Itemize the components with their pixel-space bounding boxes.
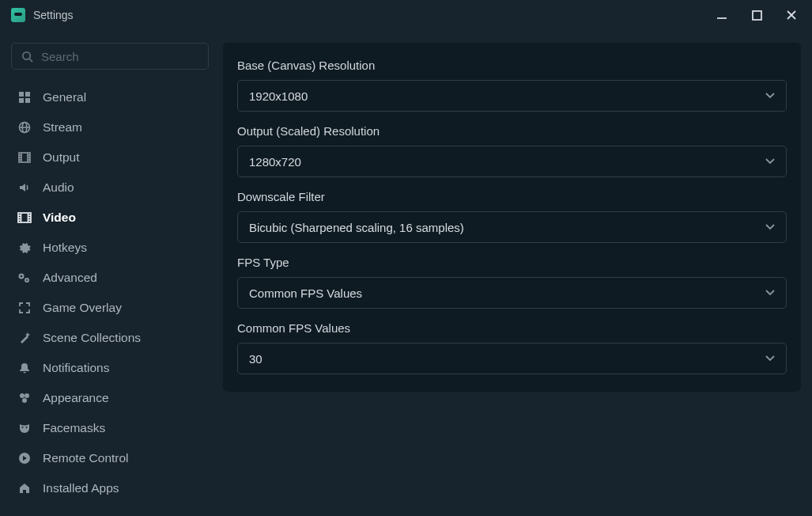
nav-label: Video — [43, 211, 76, 225]
chevron-down-icon — [765, 158, 775, 165]
svg-point-34 — [26, 279, 28, 281]
svg-rect-8 — [19, 98, 24, 103]
nav-label: Stream — [43, 120, 82, 135]
downscale-filter-label: Downscale Filter — [237, 190, 787, 203]
nav-item-facemasks[interactable]: Facemasks — [11, 413, 209, 443]
nav-item-hotkeys[interactable]: Hotkeys — [11, 233, 209, 263]
magic-icon — [16, 331, 33, 345]
common-fps-label: Common FPS Values — [237, 321, 787, 335]
nav-label: Hotkeys — [43, 241, 87, 255]
select-value: 30 — [249, 352, 262, 366]
svg-rect-9 — [25, 98, 30, 103]
output-resolution-select[interactable]: 1280x720 — [237, 146, 787, 177]
nav-label: Remote Control — [43, 451, 129, 465]
svg-rect-1 — [753, 11, 761, 20]
nav-label: Audio — [43, 180, 74, 195]
base-resolution-label: Base (Canvas) Resolution — [237, 59, 787, 72]
select-value: Common FPS Values — [249, 286, 362, 300]
nav-label: Notifications — [43, 361, 109, 375]
nav-label: Appearance — [43, 391, 109, 405]
downscale-filter-select[interactable]: Bicubic (Sharpened scaling, 16 samples) — [237, 211, 787, 243]
sidebar: General Stream Output Audio — [0, 30, 220, 516]
nav-item-general[interactable]: General — [11, 82, 209, 112]
nav-item-stream[interactable]: Stream — [11, 112, 209, 142]
nav-label: Output — [43, 150, 80, 165]
nav-label: Advanced — [43, 271, 97, 285]
fps-type-select[interactable]: Common FPS Values — [237, 277, 787, 309]
app-icon — [11, 8, 25, 22]
chevron-down-icon — [765, 290, 775, 296]
nav-label: Game Overlay — [43, 301, 122, 315]
nav-item-audio[interactable]: Audio — [11, 173, 209, 203]
svg-rect-6 — [19, 92, 24, 97]
bell-icon — [16, 361, 33, 375]
video-icon — [16, 211, 33, 225]
output-resolution-label: Output (Scaled) Resolution — [237, 124, 787, 138]
nav-item-remote-control[interactable]: Remote Control — [11, 443, 209, 473]
svg-line-5 — [29, 59, 32, 62]
base-resolution-select[interactable]: 1920x1080 — [237, 80, 787, 112]
svg-point-38 — [22, 427, 24, 428]
svg-point-36 — [25, 393, 29, 398]
minimize-button[interactable] — [716, 9, 728, 21]
nav-item-game-overlay[interactable]: Game Overlay — [11, 293, 209, 323]
common-fps-select[interactable]: 30 — [237, 343, 787, 374]
mask-icon — [16, 421, 33, 435]
play-circle-icon — [16, 451, 33, 465]
svg-point-35 — [20, 393, 25, 398]
gears-icon — [16, 271, 33, 285]
globe-icon — [16, 120, 33, 135]
nav-item-scene-collections[interactable]: Scene Collections — [11, 323, 209, 353]
select-value: 1280x720 — [249, 155, 301, 169]
select-value: 1920x1080 — [249, 89, 308, 103]
nav-item-output[interactable]: Output — [11, 142, 209, 173]
content: Base (Canvas) Resolution 1920x1080 Outpu… — [220, 30, 812, 516]
svg-point-39 — [26, 427, 28, 428]
window-title: Settings — [33, 9, 716, 21]
grid-icon — [16, 90, 33, 104]
nav-label: Installed Apps — [43, 481, 119, 495]
nav-item-notifications[interactable]: Notifications — [11, 353, 209, 383]
search-box[interactable] — [11, 43, 209, 70]
nav-item-installed-apps[interactable]: Installed Apps — [11, 473, 209, 503]
nav-label: General — [43, 90, 86, 104]
theme-icon — [16, 391, 33, 405]
search-icon — [21, 51, 33, 63]
title-bar: Settings — [0, 0, 812, 30]
nav-label: Scene Collections — [43, 331, 141, 345]
svg-point-32 — [21, 275, 23, 278]
window-controls — [716, 9, 804, 21]
svg-point-4 — [23, 51, 30, 59]
nav-label: Facemasks — [43, 421, 105, 435]
nav-list: General Stream Output Audio — [11, 82, 209, 503]
search-input[interactable] — [41, 50, 198, 63]
volume-icon — [16, 180, 33, 195]
svg-rect-7 — [25, 92, 30, 97]
fps-type-label: FPS Type — [237, 256, 787, 269]
expand-icon — [16, 301, 33, 315]
home-icon — [16, 481, 33, 495]
nav-item-appearance[interactable]: Appearance — [11, 383, 209, 413]
video-settings-panel: Base (Canvas) Resolution 1920x1080 Outpu… — [223, 43, 801, 392]
film-icon — [16, 150, 33, 165]
gear-icon — [16, 241, 33, 255]
nav-item-video[interactable]: Video — [11, 203, 209, 233]
close-button[interactable] — [785, 9, 798, 21]
nav-item-advanced[interactable]: Advanced — [11, 263, 209, 293]
svg-point-37 — [22, 398, 27, 403]
main: General Stream Output Audio — [0, 30, 812, 516]
chevron-down-icon — [765, 93, 775, 99]
chevron-down-icon — [765, 224, 775, 230]
maximize-button[interactable] — [750, 9, 763, 21]
select-value: Bicubic (Sharpened scaling, 16 samples) — [249, 221, 464, 234]
chevron-down-icon — [765, 355, 775, 362]
